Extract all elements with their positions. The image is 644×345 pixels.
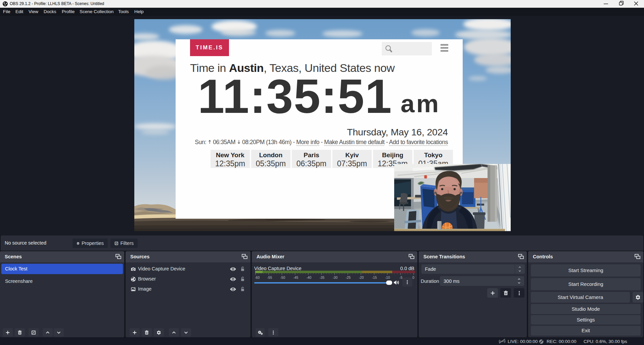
svg-text:-55: -55	[267, 276, 272, 279]
svg-text:-25: -25	[346, 276, 351, 279]
svg-text:0: 0	[412, 276, 414, 279]
svg-text:-40: -40	[307, 276, 312, 279]
svg-text:-35: -35	[320, 276, 325, 279]
svg-text:-50: -50	[280, 276, 285, 279]
svg-text:-15: -15	[372, 276, 377, 279]
svg-text:-45: -45	[293, 276, 298, 279]
svg-text:-10: -10	[385, 276, 390, 279]
svg-text:-60: -60	[255, 276, 260, 279]
svg-text:-30: -30	[333, 276, 338, 279]
svg-text:-20: -20	[359, 276, 364, 279]
